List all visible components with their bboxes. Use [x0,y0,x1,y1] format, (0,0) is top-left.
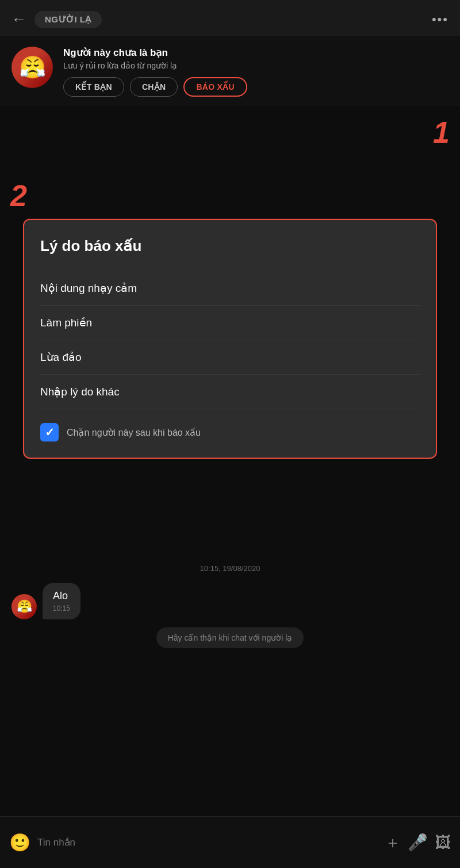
stranger-warning-bar: 😤 Người này chưa là bạn Lưu ý rủi ro lừa… [0,36,460,105]
image-button[interactable]: 🖼 [435,833,451,852]
chat-area: 10:15, 19/08/2020 😤 Alo 10:15 Hãy cẩn th… [0,553,460,816]
microphone-button[interactable]: 🎤 [408,833,428,852]
bottom-bar: 🙂 ＋ 🎤 🖼 [0,816,460,868]
report-button[interactable]: BÁO XẤU [183,77,247,97]
block-after-report-label: Chặn người này sau khi báo xấu [67,427,201,438]
report-option-sensitive[interactable]: Nội dung nhạy cảm [40,271,420,306]
system-message-container: Hãy cẩn thận khi chat với người lạ [12,627,448,648]
block-after-report-row: ✓ Chặn người này sau khi báo xấu [40,423,420,441]
block-after-report-checkbox[interactable]: ✓ [40,423,59,441]
add-button[interactable]: ＋ [385,832,401,854]
emoji-button[interactable]: 🙂 [9,832,30,852]
report-option-other[interactable]: Nhập lý do khác [40,375,420,409]
add-friend-button[interactable]: KẾT BẠN [63,77,124,97]
message-input[interactable] [37,837,378,848]
report-dialog: Lý do báo xấu Nội dung nhạy cảm Làm phiề… [23,219,437,459]
back-button[interactable]: ← [12,10,26,28]
stranger-info: Người này chưa là bạn Lưu ý rủi ro lừa đ… [63,47,448,97]
more-options-button[interactable]: ••• [432,12,448,27]
message-bubble: Alo 10:15 [43,583,80,619]
table-row: 😤 Alo 10:15 [12,583,448,619]
stranger-title: Người này chưa là bạn [63,47,448,59]
message-avatar: 😤 [12,594,37,619]
step-2-label: 2 [10,178,27,213]
message-time: 10:15 [53,604,70,612]
chat-timestamp: 10:15, 19/08/2020 [12,564,448,573]
action-buttons: KẾT BẠN CHẶN BÁO XẤU [63,77,448,97]
header: ← NGƯỜI LẠ ••• [0,0,460,36]
stranger-subtitle: Lưu ý rủi ro lừa đảo từ người lạ [63,61,448,70]
avatar: 😤 [12,47,53,88]
report-option-annoy[interactable]: Làm phiền [40,306,420,340]
header-left: ← NGƯỜI LẠ [12,10,102,28]
report-option-scam[interactable]: Lừa đảo [40,340,420,375]
block-button[interactable]: CHẶN [130,77,178,97]
step-1-label: 1 [433,115,450,150]
report-dialog-title: Lý do báo xấu [40,237,420,255]
contact-badge: NGƯỜI LẠ [34,11,102,28]
system-message: Hãy cẩn thận khi chat với người lạ [156,627,304,648]
message-text: Alo [53,590,70,602]
checkmark-icon: ✓ [45,425,55,439]
